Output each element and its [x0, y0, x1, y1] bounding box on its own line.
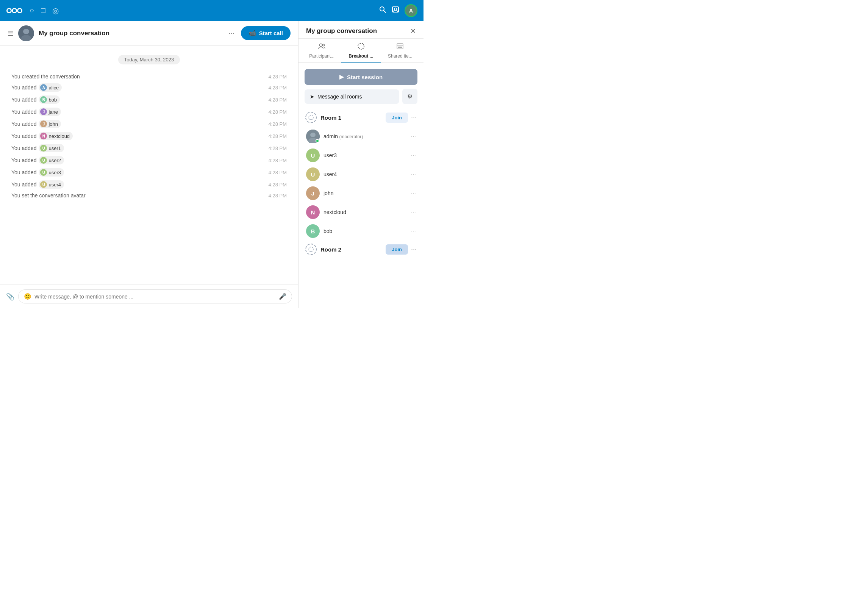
user-chip: Uuser4	[39, 180, 64, 189]
member-name: user4	[323, 171, 337, 177]
start-session-button[interactable]: ▶ Start session	[305, 69, 417, 85]
topbar: ○ □ ◎ A	[0, 0, 424, 21]
member-name: user3	[323, 152, 337, 158]
message-time: 4:28 PM	[269, 170, 287, 175]
member-avatar	[306, 130, 320, 143]
online-indicator	[316, 139, 319, 143]
member-avatar: N	[306, 205, 320, 219]
member-more-button[interactable]: ···	[411, 171, 416, 178]
member-name: nextcloud	[323, 209, 346, 215]
user-chip: Uuser2	[39, 156, 64, 164]
user-avatar[interactable]: A	[405, 4, 417, 17]
emoji-icon[interactable]: 🙂	[24, 293, 31, 300]
tab-shared[interactable]: Shared ite...	[381, 39, 420, 63]
user-chip: Jjohn	[39, 120, 61, 128]
close-panel-button[interactable]: ✕	[410, 27, 416, 35]
room-1-header-left: Room 1	[305, 112, 341, 123]
member-name: bob	[323, 228, 332, 234]
member-avatar: B	[306, 224, 320, 238]
system-message-text: You added Jjohn	[11, 120, 61, 128]
system-message-text: You added Uuser4	[11, 180, 64, 189]
system-message-text: You added Bbob	[11, 95, 60, 104]
room-2-icon	[305, 244, 317, 255]
chat-more-button[interactable]: ···	[228, 29, 235, 38]
user-chip: Nnextcloud	[39, 132, 73, 140]
nav-activity-icon[interactable]: ○	[30, 6, 34, 15]
system-message-text: You set the conversation avatar	[11, 192, 86, 199]
svg-point-18	[309, 115, 313, 120]
room-2-more-button[interactable]: ···	[411, 245, 417, 253]
message-time: 4:28 PM	[269, 145, 287, 151]
microphone-icon[interactable]: 🎤	[279, 293, 286, 300]
chat-input-area: 📎 🙂 🎤	[0, 285, 298, 308]
message-all-row: ➤ Message all rooms ⚙	[305, 89, 417, 104]
member-name-wrap: user4	[323, 171, 407, 178]
right-panel: My group conversation ✕ Participant...	[298, 21, 424, 308]
system-message: You set the conversation avatar4:28 PM	[8, 192, 291, 199]
room-1-icon	[305, 112, 317, 123]
member-more-button[interactable]: ···	[411, 209, 416, 216]
message-time: 4:28 PM	[269, 193, 287, 199]
nav-files-icon[interactable]: □	[41, 6, 45, 15]
conversation-avatar	[18, 25, 34, 41]
topbar-search-icon[interactable]	[379, 6, 386, 15]
svg-point-11	[23, 29, 29, 34]
topbar-left: ○ □ ◎	[6, 6, 59, 16]
user-chip: Jjane	[39, 108, 61, 116]
room-1-header: Room 1 Join ···	[305, 112, 417, 123]
conversation-title: My group conversation	[39, 30, 228, 37]
system-message: You added Uuser14:28 PM	[8, 144, 291, 152]
right-panel-title: My group conversation	[306, 27, 377, 35]
message-time: 4:28 PM	[269, 182, 287, 188]
sidebar-toggle-button[interactable]: ☰	[8, 29, 14, 38]
member-item: Bbob···	[305, 222, 417, 241]
system-message: You added Jjohn4:28 PM	[8, 120, 291, 128]
rooms-settings-button[interactable]: ⚙	[402, 89, 417, 104]
system-message: You added Bbob4:28 PM	[8, 95, 291, 104]
tabs: Participant... Breakout ...	[298, 39, 424, 63]
nav-search-icon[interactable]: ◎	[52, 6, 59, 15]
system-message-text: You added Uuser3	[11, 168, 64, 177]
tab-breakout[interactable]: Breakout ...	[341, 39, 380, 63]
member-more-button[interactable]: ···	[411, 228, 416, 235]
message-time: 4:28 PM	[269, 158, 287, 163]
message-time: 4:28 PM	[269, 121, 287, 127]
message-time: 4:28 PM	[269, 97, 287, 103]
topbar-contacts-icon[interactable]	[392, 6, 399, 15]
message-time: 4:28 PM	[269, 85, 287, 91]
svg-point-9	[394, 8, 397, 10]
member-more-button[interactable]: ···	[411, 152, 416, 159]
room-1-more-button[interactable]: ···	[411, 114, 417, 122]
user-chip: Uuser1	[39, 144, 64, 152]
start-call-button[interactable]: 📹 Start call	[241, 26, 291, 40]
user-chip: Aalice	[39, 83, 62, 92]
start-call-label: Start call	[259, 30, 283, 36]
room-1-join-button[interactable]: Join	[386, 113, 408, 123]
message-all-button[interactable]: ➤ Message all rooms	[305, 89, 399, 104]
tab-breakout-label: Breakout ...	[348, 53, 373, 59]
system-message-text: You added Aalice	[11, 83, 62, 92]
attach-icon[interactable]: 📎	[6, 292, 14, 301]
user-chip: Bbob	[39, 95, 60, 104]
right-panel-content: ▶ Start session ➤ Message all rooms ⚙	[298, 63, 424, 308]
tab-participants[interactable]: Participant...	[302, 39, 341, 63]
room-1-members: admin (moderator)···Uuser3···Uuser4···Jj…	[305, 127, 417, 241]
tab-shared-label: Shared ite...	[388, 53, 413, 59]
message-input-wrap: 🙂 🎤	[18, 289, 292, 303]
message-all-label: Message all rooms	[317, 94, 362, 100]
room-2-join-button[interactable]: Join	[386, 244, 408, 255]
gear-icon: ⚙	[407, 93, 413, 100]
member-name: admin (moderator)	[323, 133, 363, 139]
svg-point-20	[310, 133, 316, 137]
member-name-wrap: admin (moderator)	[323, 133, 407, 140]
system-message-text: You added Jjane	[11, 108, 61, 116]
member-item: admin (moderator)···	[305, 127, 417, 146]
room-1-section: Room 1 Join ··· admin (moderator)···Uuse…	[305, 112, 417, 241]
participants-tab-icon	[318, 42, 326, 52]
message-input[interactable]	[34, 294, 279, 300]
send-icon: ➤	[310, 94, 314, 100]
member-role: (moderator)	[338, 134, 363, 139]
member-more-button[interactable]: ···	[411, 190, 416, 197]
member-more-button[interactable]: ···	[411, 133, 416, 140]
svg-point-5	[18, 9, 21, 12]
